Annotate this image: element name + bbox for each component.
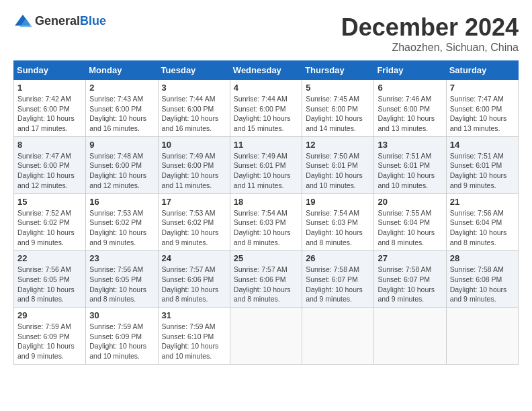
day-number: 14 (450, 140, 515, 150)
day-info: Sunrise: 7:42 AM Sunset: 6:00 PM Dayligh… (17, 94, 82, 134)
calendar-cell: 20Sunrise: 7:55 AM Sunset: 6:04 PM Dayli… (374, 193, 446, 250)
calendar-cell: 10Sunrise: 7:49 AM Sunset: 6:00 PM Dayli… (158, 136, 230, 193)
day-number: 1 (17, 83, 82, 93)
day-number: 31 (162, 310, 226, 320)
calendar-cell: 22Sunrise: 7:56 AM Sunset: 6:05 PM Dayli… (14, 250, 86, 308)
calendar-cell: 14Sunrise: 7:51 AM Sunset: 6:01 PM Dayli… (446, 136, 518, 193)
calendar-cell: 3Sunrise: 7:44 AM Sunset: 6:00 PM Daylig… (158, 80, 230, 137)
day-number: 29 (17, 310, 82, 320)
calendar-cell (374, 308, 446, 365)
calendar-cell: 21Sunrise: 7:56 AM Sunset: 6:04 PM Dayli… (446, 193, 518, 250)
calendar-cell: 23Sunrise: 7:56 AM Sunset: 6:05 PM Dayli… (86, 250, 158, 308)
day-info: Sunrise: 7:46 AM Sunset: 6:00 PM Dayligh… (378, 94, 442, 134)
day-info: Sunrise: 7:55 AM Sunset: 6:04 PM Dayligh… (378, 208, 442, 248)
day-info: Sunrise: 7:45 AM Sunset: 6:00 PM Dayligh… (306, 94, 370, 134)
logo: GeneralBlue (13, 13, 106, 28)
calendar-cell: 25Sunrise: 7:57 AM Sunset: 6:06 PM Dayli… (230, 250, 302, 308)
weekday-header: Tuesday (158, 61, 230, 80)
day-info: Sunrise: 7:58 AM Sunset: 6:07 PM Dayligh… (306, 265, 370, 304)
day-info: Sunrise: 7:47 AM Sunset: 6:00 PM Dayligh… (450, 94, 515, 134)
calendar-cell: 19Sunrise: 7:54 AM Sunset: 6:03 PM Dayli… (302, 193, 374, 250)
calendar-cell: 31Sunrise: 7:59 AM Sunset: 6:10 PM Dayli… (158, 308, 230, 365)
calendar-cell: 4Sunrise: 7:44 AM Sunset: 6:00 PM Daylig… (230, 80, 302, 137)
weekday-header: Friday (374, 61, 446, 80)
weekday-header-row: SundayMondayTuesdayWednesdayThursdayFrid… (14, 61, 519, 80)
day-info: Sunrise: 7:57 AM Sunset: 6:06 PM Dayligh… (234, 265, 298, 304)
day-number: 13 (378, 140, 442, 150)
day-info: Sunrise: 7:50 AM Sunset: 6:01 PM Dayligh… (306, 151, 370, 191)
logo-text-blue: Blue (80, 14, 106, 28)
weekday-header: Wednesday (230, 61, 302, 80)
day-number: 24 (162, 253, 226, 263)
day-number: 6 (378, 83, 442, 93)
day-number: 7 (450, 83, 515, 93)
day-number: 8 (17, 140, 82, 150)
day-info: Sunrise: 7:58 AM Sunset: 6:07 PM Dayligh… (378, 265, 442, 304)
day-info: Sunrise: 7:51 AM Sunset: 6:01 PM Dayligh… (450, 151, 515, 191)
day-number: 18 (234, 197, 298, 207)
location-title: Zhaozhen, Sichuan, China (341, 42, 519, 54)
calendar-cell: 26Sunrise: 7:58 AM Sunset: 6:07 PM Dayli… (302, 250, 374, 308)
day-number: 30 (89, 310, 154, 320)
day-info: Sunrise: 7:54 AM Sunset: 6:03 PM Dayligh… (234, 208, 298, 248)
month-title: December 2024 (341, 13, 519, 42)
day-info: Sunrise: 7:58 AM Sunset: 6:08 PM Dayligh… (450, 265, 515, 304)
day-number: 3 (162, 83, 226, 93)
calendar-cell: 27Sunrise: 7:58 AM Sunset: 6:07 PM Dayli… (374, 250, 446, 308)
day-info: Sunrise: 7:57 AM Sunset: 6:06 PM Dayligh… (162, 265, 226, 304)
day-info: Sunrise: 7:43 AM Sunset: 6:00 PM Dayligh… (89, 94, 154, 134)
day-info: Sunrise: 7:44 AM Sunset: 6:00 PM Dayligh… (234, 94, 298, 134)
day-info: Sunrise: 7:48 AM Sunset: 6:00 PM Dayligh… (89, 151, 154, 191)
calendar-cell: 6Sunrise: 7:46 AM Sunset: 6:00 PM Daylig… (374, 80, 446, 137)
calendar-cell: 2Sunrise: 7:43 AM Sunset: 6:00 PM Daylig… (86, 80, 158, 137)
day-number: 20 (378, 197, 442, 207)
logo-text-general: General (35, 14, 80, 28)
title-area: December 2024 Zhaozhen, Sichuan, China (341, 13, 519, 54)
calendar-cell: 16Sunrise: 7:53 AM Sunset: 6:02 PM Dayli… (86, 193, 158, 250)
day-number: 22 (17, 253, 82, 263)
calendar-cell: 17Sunrise: 7:53 AM Sunset: 6:02 PM Dayli… (158, 193, 230, 250)
day-number: 23 (89, 253, 154, 263)
day-info: Sunrise: 7:56 AM Sunset: 6:04 PM Dayligh… (450, 208, 515, 248)
day-number: 15 (17, 197, 82, 207)
day-info: Sunrise: 7:59 AM Sunset: 6:10 PM Dayligh… (162, 322, 226, 361)
calendar-cell: 1Sunrise: 7:42 AM Sunset: 6:00 PM Daylig… (14, 80, 86, 137)
day-info: Sunrise: 7:59 AM Sunset: 6:09 PM Dayligh… (17, 322, 82, 361)
calendar-table: SundayMondayTuesdayWednesdayThursdayFrid… (13, 60, 519, 365)
day-number: 4 (234, 83, 298, 93)
day-number: 2 (89, 83, 154, 93)
day-info: Sunrise: 7:59 AM Sunset: 6:09 PM Dayligh… (89, 322, 154, 361)
calendar-cell (230, 308, 302, 365)
calendar-cell: 30Sunrise: 7:59 AM Sunset: 6:09 PM Dayli… (86, 308, 158, 365)
day-info: Sunrise: 7:52 AM Sunset: 6:02 PM Dayligh… (17, 208, 82, 248)
day-info: Sunrise: 7:44 AM Sunset: 6:00 PM Dayligh… (162, 94, 226, 134)
day-number: 27 (378, 253, 442, 263)
day-number: 5 (306, 83, 370, 93)
day-info: Sunrise: 7:47 AM Sunset: 6:00 PM Dayligh… (17, 151, 82, 191)
day-info: Sunrise: 7:51 AM Sunset: 6:01 PM Dayligh… (378, 151, 442, 191)
day-info: Sunrise: 7:53 AM Sunset: 6:02 PM Dayligh… (162, 208, 226, 248)
calendar-cell: 9Sunrise: 7:48 AM Sunset: 6:00 PM Daylig… (86, 136, 158, 193)
day-number: 12 (306, 140, 370, 150)
weekday-header: Sunday (14, 61, 86, 80)
calendar-cell: 12Sunrise: 7:50 AM Sunset: 6:01 PM Dayli… (302, 136, 374, 193)
weekday-header: Monday (86, 61, 158, 80)
calendar-cell (302, 308, 374, 365)
calendar-cell: 24Sunrise: 7:57 AM Sunset: 6:06 PM Dayli… (158, 250, 230, 308)
page-header: GeneralBlue December 2024 Zhaozhen, Sich… (13, 13, 519, 54)
day-number: 19 (306, 197, 370, 207)
day-number: 17 (162, 197, 226, 207)
calendar-cell: 8Sunrise: 7:47 AM Sunset: 6:00 PM Daylig… (14, 136, 86, 193)
calendar-cell: 5Sunrise: 7:45 AM Sunset: 6:00 PM Daylig… (302, 80, 374, 137)
calendar-cell: 7Sunrise: 7:47 AM Sunset: 6:00 PM Daylig… (446, 80, 518, 137)
day-info: Sunrise: 7:49 AM Sunset: 6:01 PM Dayligh… (234, 151, 298, 191)
day-number: 25 (234, 253, 298, 263)
day-number: 21 (450, 197, 515, 207)
day-number: 10 (162, 140, 226, 150)
day-info: Sunrise: 7:56 AM Sunset: 6:05 PM Dayligh… (89, 265, 154, 304)
day-info: Sunrise: 7:49 AM Sunset: 6:00 PM Dayligh… (162, 151, 226, 191)
calendar-cell: 18Sunrise: 7:54 AM Sunset: 6:03 PM Dayli… (230, 193, 302, 250)
day-number: 28 (450, 253, 515, 263)
calendar-cell: 13Sunrise: 7:51 AM Sunset: 6:01 PM Dayli… (374, 136, 446, 193)
day-info: Sunrise: 7:54 AM Sunset: 6:03 PM Dayligh… (306, 208, 370, 248)
